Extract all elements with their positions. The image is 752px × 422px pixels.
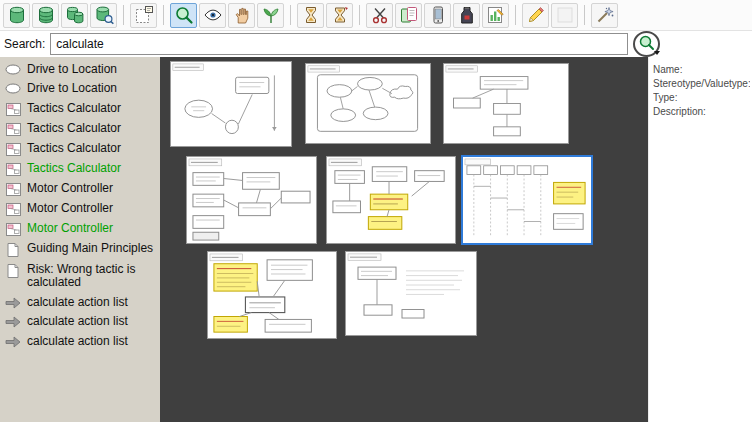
block-icon: [4, 183, 22, 196]
search-label: Search:: [4, 37, 45, 51]
stereotype-field-label: Stereotype/Valuetype:: [653, 77, 750, 90]
model-table-icon: [36, 5, 56, 25]
search-mode-button[interactable]: [170, 3, 197, 28]
scissors-icon: [370, 5, 390, 25]
result-item-8[interactable]: Motor Controller: [0, 199, 160, 219]
toolbar-separator: [584, 5, 585, 25]
block-icon: [4, 223, 22, 236]
result-item-4[interactable]: Tactics Calculator: [0, 119, 160, 139]
result-item-7[interactable]: Motor Controller: [0, 179, 160, 199]
model-stack-icon: [65, 5, 85, 25]
model-search-icon: [94, 5, 114, 25]
result-label: Drive to Location: [27, 82, 158, 95]
toolbar-separator: [163, 5, 164, 25]
diagram-thumbnail-6[interactable]: [461, 155, 593, 245]
eye-icon: [203, 5, 223, 25]
diagram-thumbnail-2[interactable]: [305, 63, 431, 144]
phone-icon: [428, 5, 448, 25]
model-table-button[interactable]: [32, 3, 59, 28]
toolbar-separator: [359, 5, 360, 25]
model-store-button[interactable]: [3, 3, 30, 28]
model-search-button[interactable]: [90, 3, 117, 28]
hourglass-refresh-button[interactable]: [326, 3, 353, 28]
eye-button[interactable]: [199, 3, 226, 28]
block-icon: [4, 123, 22, 136]
quick-search-window: Search: Drive to LocationDrive to Locati…: [0, 0, 752, 422]
document-icon: [4, 264, 22, 278]
dropdown-caret-icon: [654, 51, 660, 55]
main-content: Drive to LocationDrive to LocationTactic…: [0, 57, 752, 422]
pencil-button[interactable]: [522, 3, 549, 28]
diagram-thumbnail-8[interactable]: [345, 251, 477, 336]
result-item-6[interactable]: Tactics Calculator: [0, 159, 160, 179]
result-label: Tactics Calculator: [27, 122, 158, 135]
result-label: Motor Controller: [27, 202, 158, 215]
result-item-3[interactable]: Tactics Calculator: [0, 99, 160, 119]
block-icon: [4, 103, 22, 116]
empty-slot-button[interactable]: [551, 3, 578, 28]
result-label: calculate action list: [27, 315, 158, 328]
scissors-button[interactable]: [366, 3, 393, 28]
block-icon: [4, 163, 22, 176]
result-label: Motor Controller: [27, 182, 158, 195]
name-field-label: Name:: [653, 63, 750, 76]
toolbar-separator: [290, 5, 291, 25]
arrow-icon: [4, 297, 22, 309]
search-scope-button[interactable]: [633, 31, 660, 57]
document-icon: [4, 243, 22, 257]
diagram-thumbnail-4[interactable]: [186, 156, 317, 244]
result-item-5[interactable]: Tactics Calculator: [0, 139, 160, 159]
diagram-thumbnail-5[interactable]: [326, 156, 456, 244]
result-item-1[interactable]: Drive to Location: [0, 60, 160, 79]
model-stack-button[interactable]: [61, 3, 88, 28]
result-item-2[interactable]: Drive to Location: [0, 79, 160, 98]
diagram-thumbnail-1[interactable]: [170, 61, 292, 147]
copy-button[interactable]: [395, 3, 422, 28]
copy-icon: [399, 5, 419, 25]
results-list: Drive to LocationDrive to LocationTactic…: [0, 57, 160, 422]
phone-button[interactable]: [424, 3, 451, 28]
empty-slot-icon: [555, 5, 575, 25]
hourglass-icon: [301, 5, 321, 25]
search-input[interactable]: [50, 33, 628, 55]
result-item-11[interactable]: Risk: Wrong tactic is calculated: [0, 260, 160, 293]
result-label: Drive to Location: [27, 63, 158, 76]
result-item-13[interactable]: calculate action list: [0, 312, 160, 331]
toolbar: [0, 0, 752, 31]
report-chart-button[interactable]: [482, 3, 509, 28]
result-label: Guiding Main Principles: [27, 242, 158, 255]
toolbar-separator: [123, 5, 124, 25]
plant-icon: [261, 5, 281, 25]
result-label: Risk: Wrong tactic is calculated: [27, 263, 158, 290]
diagram-canvas[interactable]: [160, 57, 648, 422]
usecase-icon: [4, 83, 22, 94]
arrow-icon: [4, 336, 22, 348]
result-label: calculate action list: [27, 296, 158, 309]
result-item-10[interactable]: Guiding Main Principles: [0, 239, 160, 260]
diagram-thumbnail-3[interactable]: [443, 63, 569, 144]
block-icon: [4, 143, 22, 156]
search-mode-icon: [174, 5, 194, 25]
block-icon: [4, 203, 22, 216]
plant-button[interactable]: [257, 3, 284, 28]
pencil-icon: [526, 5, 546, 25]
magnifier-icon: [638, 34, 656, 55]
wand-button[interactable]: [591, 3, 618, 28]
result-item-9[interactable]: Motor Controller: [0, 219, 160, 239]
hand-button[interactable]: [228, 3, 255, 28]
new-diagram-icon: [134, 5, 154, 25]
result-item-12[interactable]: calculate action list: [0, 293, 160, 312]
result-item-14[interactable]: calculate action list: [0, 332, 160, 351]
toolbar-separator: [515, 5, 516, 25]
model-store-icon: [7, 5, 27, 25]
type-field-label: Type:: [653, 91, 750, 104]
usecase-icon: [4, 64, 22, 75]
arrow-icon: [4, 316, 22, 328]
result-label: calculate action list: [27, 335, 158, 348]
report-chart-icon: [486, 5, 506, 25]
new-diagram-button[interactable]: [130, 3, 157, 28]
hourglass-button[interactable]: [297, 3, 324, 28]
ink-bottle-button[interactable]: [453, 3, 480, 28]
wand-icon: [595, 5, 615, 25]
diagram-thumbnail-7[interactable]: [207, 251, 337, 339]
